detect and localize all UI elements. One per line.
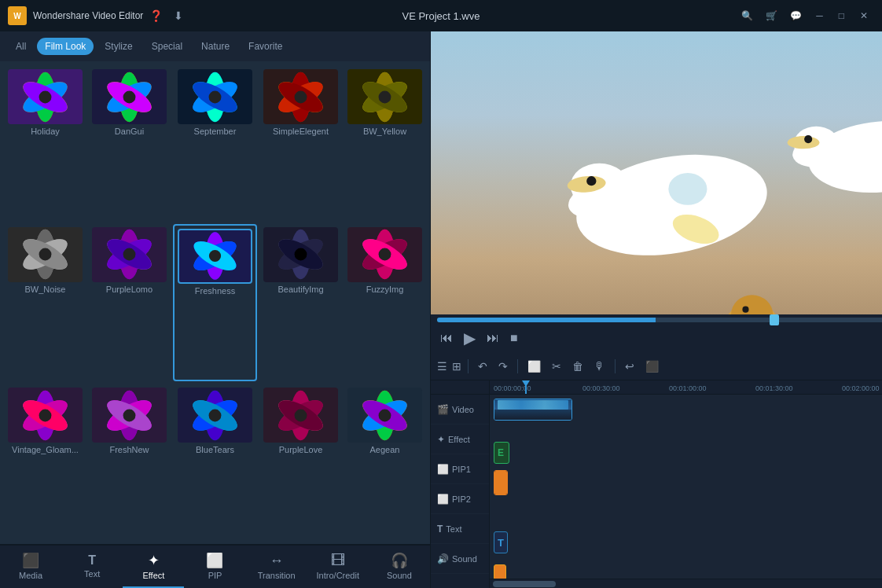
effect-simpleelegent[interactable]: SimpleElegent [260, 66, 341, 221]
minimize-button[interactable]: ─ [810, 9, 829, 23]
bottom-scrollbar-thumb[interactable] [493, 581, 556, 587]
track-row-video [490, 395, 882, 438]
app-name: Wondershare Video Editor [33, 10, 143, 21]
tracks-container: E [490, 395, 882, 579]
right-panel: ⏮ ▶ ⏭ ■ 00:00:12 / 00:00:30 🔊 [431, 31, 882, 588]
media-icon: ⬛ [22, 552, 39, 569]
filter-tab-film-look[interactable]: Film Look [37, 38, 94, 55]
tool-tab-text-label: Text [84, 569, 100, 579]
effect-freshness-label: Freshness [195, 286, 235, 296]
skip-back-button[interactable]: ⏮ [437, 329, 456, 347]
tool-tab-sound-label: Sound [387, 571, 412, 580]
grid-view-icon[interactable]: ⊞ [452, 360, 461, 373]
tool-tab-effect[interactable]: ✦ Effect [123, 546, 184, 588]
effect-fuzzyimg-label: FuzzyImg [366, 285, 404, 294]
pip1-track-icon: ⬜ [437, 464, 449, 475]
download-icon[interactable]: ⬇ [174, 9, 183, 22]
effect-purplelove[interactable]: PurpleLove [260, 384, 341, 539]
text-clip-1[interactable]: T [494, 531, 508, 553]
effect-freshnew[interactable]: FreshNew [89, 384, 170, 539]
svg-point-20 [209, 90, 222, 103]
effect-beautifyimg[interactable]: BeautifyImg [260, 224, 341, 382]
store-icon[interactable]: 🛒 [761, 9, 782, 23]
filter-tab-special[interactable]: Special [144, 38, 190, 55]
left-panel: All Film Look Stylize Special Nature Fav… [0, 31, 431, 588]
ruler-mark-3: 00:01:30:00 [755, 384, 793, 392]
svg-point-27 [295, 90, 307, 103]
effect-purplelomo[interactable]: PurpleLomo [89, 224, 170, 382]
effect-bw-noise[interactable]: BW_Noise [5, 224, 86, 382]
separator-2 [517, 359, 518, 373]
cut-button[interactable]: ✂ [549, 358, 564, 374]
effect-clip-1[interactable]: E [494, 442, 509, 464]
effect-bluetears[interactable]: BlueTears [173, 384, 257, 539]
transition-icon: ↔ [270, 553, 284, 569]
svg-point-55 [209, 250, 221, 262]
video-track-icon: 🎬 [437, 404, 449, 415]
add-marker-button[interactable]: ⬛ [642, 358, 662, 374]
effect-purplelomo-label: PurpleLomo [106, 285, 153, 294]
tool-tab-text[interactable]: T Text [61, 546, 123, 588]
bottom-scrollbar [490, 579, 882, 588]
list-view-icon[interactable]: ☰ [437, 360, 447, 373]
tool-tab-media-label: Media [19, 571, 42, 580]
effect-holiday-label: Holiday [31, 127, 60, 136]
detach-audio-button[interactable]: ↩ [622, 358, 638, 374]
filter-tab-nature[interactable]: Nature [193, 38, 237, 55]
record-button[interactable]: 🎙 [591, 358, 608, 374]
effect-aegean[interactable]: Aegean [344, 384, 425, 539]
ruler-mark-4: 00:02:00:00 [842, 384, 880, 392]
filter-tab-all[interactable]: All [8, 38, 34, 55]
ruler-mark-1: 00:00:30:00 [582, 384, 620, 392]
chat-icon[interactable]: 💬 [785, 9, 807, 23]
effect-fuzzyimg[interactable]: FuzzyImg [344, 224, 425, 382]
tool-tab-sound[interactable]: 🎧 Sound [369, 546, 430, 588]
effect-purplelove-label: PurpleLove [279, 445, 323, 454]
effect-freshness[interactable]: Freshness [173, 224, 257, 382]
video-clip-1[interactable] [494, 399, 572, 421]
help-icon[interactable]: ❓ [149, 9, 163, 22]
pip1-clip-1[interactable] [494, 470, 508, 495]
svg-point-118 [804, 135, 812, 143]
title-bar-icons: ❓ ⬇ [149, 9, 183, 22]
text-icon: T [88, 553, 96, 568]
effect-dangui[interactable]: DanGui [89, 66, 170, 221]
play-button[interactable]: ▶ [461, 327, 479, 349]
maximize-button[interactable]: □ [832, 9, 851, 23]
effect-holiday[interactable]: Holiday [5, 66, 86, 221]
tool-tab-pip[interactable]: ⬜ PIP [184, 546, 245, 588]
sound-clip-1[interactable] [494, 564, 506, 579]
undo-button[interactable]: ↶ [475, 358, 491, 374]
close-button[interactable]: ✕ [854, 9, 874, 23]
delete-button[interactable]: 🗑 [569, 358, 586, 374]
tool-tab-intro-credit[interactable]: 🎞 Intro/Credit [307, 546, 369, 588]
redo-button[interactable]: ↷ [495, 358, 511, 374]
svg-point-62 [295, 248, 307, 261]
progress-thumb[interactable] [770, 314, 779, 325]
effect-track-label: Effect [448, 435, 470, 444]
skip-forward-button[interactable]: ⏭ [483, 329, 502, 347]
effect-september[interactable]: September [173, 66, 257, 221]
tool-tab-transition[interactable]: ↔ Transition [246, 546, 307, 588]
timeline: ☰ ⊞ ↶ ↷ ⬜ ✂ 🗑 🎙 ↩ ⬛ ─ [431, 352, 882, 588]
progress-fill [437, 318, 774, 322]
effect-aegean-label: Aegean [370, 445, 400, 454]
svg-point-117 [788, 136, 820, 149]
effect-track-icon: ✦ [437, 434, 445, 445]
svg-point-111 [586, 176, 596, 186]
filter-tab-stylize[interactable]: Stylize [97, 38, 140, 55]
track-label-effect: ✦ Effect [431, 424, 489, 454]
effect-bw-noise-label: BW_Noise [25, 285, 66, 294]
pip2-track-label: PIP2 [452, 494, 471, 504]
svg-point-6 [39, 90, 52, 103]
effect-vintage-gloam[interactable]: Vintage_Gloam... [5, 384, 86, 539]
effect-bw-yellow[interactable]: BW_Yellow [344, 66, 425, 221]
time-cursor[interactable] [525, 380, 527, 394]
tool-tab-media[interactable]: ⬛ Media [0, 546, 61, 588]
timeline-content: 🎬 Video ✦ Effect ⬜ PIP1 ⬜ PIP2 [431, 380, 882, 588]
progress-bar[interactable] [437, 318, 882, 322]
add-media-button[interactable]: ⬜ [524, 358, 544, 374]
filter-tab-favorite[interactable]: Favorite [241, 38, 290, 55]
stop-button[interactable]: ■ [507, 329, 521, 347]
search-icon[interactable]: 🔍 [737, 9, 758, 23]
